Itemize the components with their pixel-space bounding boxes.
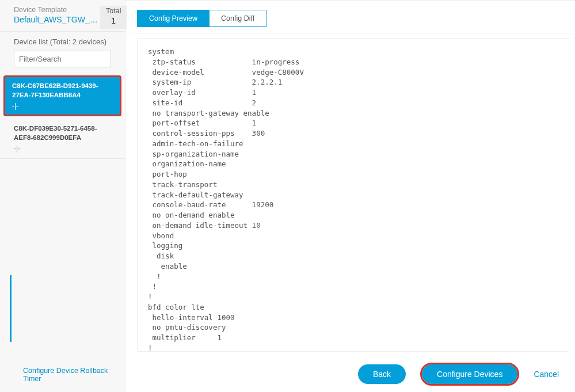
- device-sub: -|-: [12, 102, 113, 110]
- sidebar-header: Device Template Default_AWS_TGW_C8... To…: [0, 0, 125, 32]
- main-panel: Config PreviewConfig Diff system ztp-sta…: [125, 0, 575, 392]
- total-label: Total: [106, 7, 121, 15]
- device-uuid: C8K-C67BE62B-D921-9439-27EA-7F130EABB8A4: [12, 82, 113, 100]
- tab-config-preview[interactable]: Config Preview: [137, 10, 209, 27]
- device-list-header: Device list (Total: 2 devices): [0, 32, 125, 51]
- app-root: Device Template Default_AWS_TGW_C8... To…: [0, 0, 575, 392]
- device-item-selected[interactable]: C8K-C67BE62B-D921-9439-27EA-7F130EABB8A4…: [3, 75, 121, 116]
- tabs-row: Config PreviewConfig Diff: [125, 1, 575, 33]
- device-sub: -|-: [14, 144, 116, 153]
- cancel-button[interactable]: Cancel: [534, 370, 559, 379]
- accent-bar: [10, 275, 12, 342]
- tab-config-diff[interactable]: Config Diff: [209, 10, 266, 27]
- total-column: Total 1: [100, 6, 127, 29]
- search-input[interactable]: [14, 51, 111, 67]
- config-text: system ztp-status in-progress device-mod…: [148, 47, 558, 352]
- sidebar: Device Template Default_AWS_TGW_C8... To…: [0, 0, 125, 392]
- template-info: Device Template Default_AWS_TGW_C8...: [14, 6, 100, 24]
- template-label: Device Template: [14, 6, 100, 14]
- configure-devices-button[interactable]: Configure Devices: [422, 364, 517, 384]
- back-button[interactable]: Back: [358, 364, 406, 384]
- device-list: C8K-C67BE62B-D921-9439-27EA-7F130EABB8A4…: [0, 73, 125, 357]
- search-wrap: [0, 51, 125, 73]
- device-uuid: C8K-DF039E30-5271-6458-AEF8-682C999D0EFA: [14, 124, 116, 142]
- config-preview-pane[interactable]: system ztp-status in-progress device-mod…: [137, 38, 569, 352]
- template-name[interactable]: Default_AWS_TGW_C8...: [14, 15, 100, 24]
- footer-actions: Back Configure Devices Cancel: [125, 352, 575, 392]
- rollback-timer-link[interactable]: Configure Device Rollback Timer: [0, 357, 125, 392]
- total-value: 1: [106, 16, 121, 25]
- device-item[interactable]: C8K-DF039E30-5271-6458-AEF8-682C999D0EFA…: [0, 119, 125, 159]
